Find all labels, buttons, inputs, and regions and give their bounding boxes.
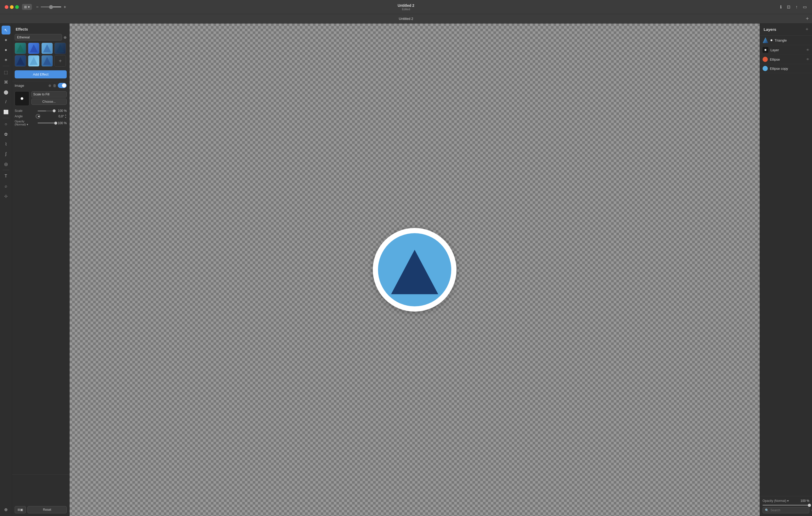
swatch-3[interactable] xyxy=(41,42,53,54)
lasso-tool-button[interactable]: ⌘ xyxy=(2,78,10,87)
angle-value-group: 0,0° ▲ ▼ xyxy=(59,114,67,119)
blur-tool-button[interactable]: ✿ xyxy=(2,130,10,139)
preset-selector: Ethereal Classic Modern Vibrant ⊕ xyxy=(12,34,69,42)
image-section-title[interactable]: Image xyxy=(14,84,47,88)
effects-panel: Effects Ethereal Classic Modern Vibrant … xyxy=(12,24,69,258)
swatch-5[interactable] xyxy=(14,55,26,67)
tool-separator-1 xyxy=(3,66,9,66)
swatches-grid: + xyxy=(12,42,69,69)
scale-slider[interactable] xyxy=(38,111,54,111)
fill-tool-button[interactable]: ○ xyxy=(2,120,10,129)
document-subtitle: Edited xyxy=(398,7,406,11)
tool-separator-2 xyxy=(3,118,9,118)
scale-fill-select[interactable]: Scale to Fill Scale to Fit Stretch Tile xyxy=(31,91,67,97)
crop-tool-button[interactable]: ⊹ xyxy=(2,192,10,201)
zoom-minus-button[interactable]: − xyxy=(35,4,39,10)
main-area: ↖ ✦ ● ✶ ⬚ ⌘ ⬤ / ⬜ ○ ✿ ⌇ ∫ ◎ T ⌕ ⊹ ⊕ Effe… xyxy=(0,24,406,258)
title-bar: ⊞ ▾ − + Untitled 2 Edited ℹ ⊡ ↑ ▭ xyxy=(0,0,406,14)
image-preview-row: Scale to Fill Scale to Fit Stretch Tile … xyxy=(12,90,69,109)
add-effect-button[interactable]: Add Effect xyxy=(14,70,67,79)
swatch-1[interactable] xyxy=(14,42,26,54)
swatch-6[interactable] xyxy=(28,55,39,67)
svg-marker-6 xyxy=(43,57,51,65)
angle-row: Angle 0,0° ▲ ▼ xyxy=(12,113,69,119)
title-center: Untitled 2 Edited xyxy=(398,3,406,11)
angle-wheel[interactable] xyxy=(36,114,40,119)
selection-tool-button[interactable]: ⬚ xyxy=(2,68,10,77)
image-delete-button[interactable]: 🗑 xyxy=(53,84,56,88)
scale-row: Scale 100 % xyxy=(12,109,69,113)
angle-value: 0,0° xyxy=(59,115,64,118)
angle-up-button[interactable]: ▲ xyxy=(65,114,67,116)
circle-icon xyxy=(373,228,406,258)
canvas-area[interactable] xyxy=(69,24,406,258)
minimize-button[interactable] xyxy=(10,5,13,9)
tool-separator-3 xyxy=(3,170,9,170)
zoom-tool-button[interactable]: ⌕ xyxy=(2,182,10,190)
left-toolbar: ↖ ✦ ● ✶ ⬚ ⌘ ⬤ / ⬜ ○ ✿ ⌇ ∫ ◎ T ⌕ ⊹ ⊕ xyxy=(0,24,12,258)
traffic-lights xyxy=(5,5,19,9)
tab-label[interactable]: Untitled 2 xyxy=(399,17,406,21)
opacity-slider[interactable] xyxy=(38,123,54,123)
opacity-row: Opacity (Normal) ▾ 100 % xyxy=(12,119,69,127)
image-section-header: Image ⊕ 🗑 xyxy=(12,81,69,90)
magic-tool-button[interactable]: ✦ xyxy=(2,35,10,44)
circle-inner xyxy=(378,233,406,258)
image-toggle[interactable] xyxy=(58,83,67,88)
image-info-button[interactable]: ⊕ xyxy=(49,84,51,88)
swatch-2[interactable] xyxy=(28,42,39,54)
svg-marker-4 xyxy=(17,57,25,65)
image-thumbnail xyxy=(14,91,29,106)
shape-tool-button[interactable]: ● xyxy=(2,45,10,54)
effects-header: Effects xyxy=(12,24,69,34)
angle-label: Angle xyxy=(14,115,36,118)
angle-down-button[interactable]: ▼ xyxy=(65,116,67,119)
triangle-shape xyxy=(391,250,406,258)
paint-tool-button[interactable]: ⬤ xyxy=(2,88,10,96)
zoom-controls: − + xyxy=(35,4,67,10)
maximize-button[interactable] xyxy=(15,5,19,9)
scale-value: 100 % xyxy=(56,109,67,113)
preset-dropdown[interactable]: Ethereal Classic Modern Vibrant xyxy=(14,34,62,40)
preset-icon-button[interactable]: ⊕ xyxy=(64,35,67,39)
toolbar-section: ⊞ ▾ − + xyxy=(22,4,67,10)
text-tool-button[interactable]: T xyxy=(2,172,10,181)
opacity-label: Opacity (Normal) ▾ xyxy=(14,120,36,126)
svg-marker-1 xyxy=(30,44,38,53)
arrow-tool-button[interactable]: ↖ xyxy=(2,26,10,34)
eraser-tool-button[interactable]: ⬜ xyxy=(2,108,10,116)
zoom-slider[interactable] xyxy=(40,6,61,7)
svg-marker-0 xyxy=(17,44,25,53)
canvas-content xyxy=(373,228,406,258)
close-button[interactable] xyxy=(5,5,8,9)
add-swatch-button[interactable]: + xyxy=(54,55,66,67)
vector-tool-button[interactable]: ✶ xyxy=(2,55,10,64)
image-controls: Scale to Fill Scale to Fit Stretch Tile … xyxy=(31,91,67,105)
circle-tool-button[interactable]: ◎ xyxy=(2,159,10,168)
opacity-value: 100 % xyxy=(56,121,67,125)
sidebar-icon: ⊞ xyxy=(24,5,27,9)
swatch-4[interactable] xyxy=(54,42,66,54)
svg-marker-2 xyxy=(43,44,51,53)
swatch-7[interactable] xyxy=(41,55,53,67)
sidebar-chevron: ▾ xyxy=(28,5,30,9)
angle-stepper[interactable]: ▲ ▼ xyxy=(65,114,67,119)
brush-tool-button[interactable]: ⌇ xyxy=(2,140,10,149)
pen-tool-button[interactable]: / xyxy=(2,97,10,107)
image-thumb-dot xyxy=(21,97,23,100)
scale-label: Scale xyxy=(14,109,36,113)
svg-marker-3 xyxy=(56,44,64,53)
path-tool-button[interactable]: ∫ xyxy=(2,150,10,158)
svg-marker-5 xyxy=(30,57,38,65)
tab-bar: Untitled 2 + xyxy=(0,14,406,24)
zoom-plus-button[interactable]: + xyxy=(62,4,67,10)
document-title: Untitled 2 xyxy=(398,3,406,7)
choose-button[interactable]: Choose... xyxy=(31,98,67,105)
sidebar-toggle-button[interactable]: ⊞ ▾ xyxy=(22,4,32,10)
